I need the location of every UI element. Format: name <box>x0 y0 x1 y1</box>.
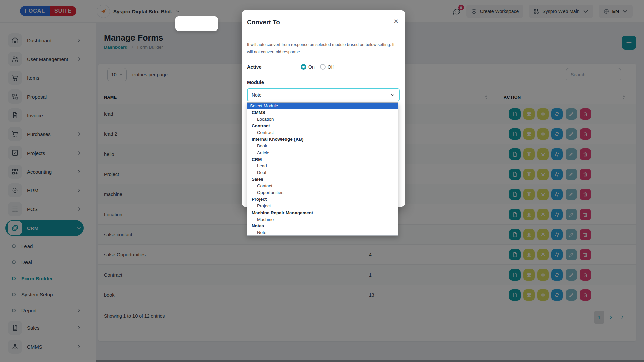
dropdown-option-opportunities[interactable]: Opportunities <box>247 189 398 196</box>
dropdown-option-contract[interactable]: Contract <box>247 129 398 136</box>
dropdown-option-deal[interactable]: Deal <box>247 169 398 176</box>
radio-option-off[interactable]: Off <box>320 64 334 70</box>
modal-header: Convert To × <box>241 10 405 35</box>
dropdown-option-sales[interactable]: Sales <box>247 176 398 183</box>
radio-off-icon[interactable] <box>320 64 326 70</box>
dropdown-option-machine[interactable]: Machine <box>247 216 398 223</box>
dropdown-option-book[interactable]: Book <box>247 142 398 149</box>
dropdown-option-select-module[interactable]: Select Module <box>247 103 398 109</box>
floating-panel <box>175 16 218 31</box>
modal-body: It will auto convert from response on se… <box>241 35 405 101</box>
module-select-value: Note <box>252 92 262 98</box>
active-radio-group: On Off <box>301 64 334 70</box>
dropdown-option-internal-knowledge-kb[interactable]: Internal Knowledge (KB) <box>247 136 398 142</box>
dropdown-option-location[interactable]: Location <box>247 116 398 123</box>
dropdown-option-cmms[interactable]: CMMS <box>247 109 398 116</box>
dropdown-option-project[interactable]: Project <box>247 196 398 202</box>
dropdown-option-contact[interactable]: Contact <box>247 183 398 189</box>
modal-title: Convert To <box>247 19 280 26</box>
modal-description: It will auto convert from response on se… <box>247 41 398 56</box>
module-dropdown-list: Select Module CMMS Location Contract Con… <box>247 102 398 236</box>
module-select[interactable]: Note <box>247 88 400 101</box>
dropdown-option-project[interactable]: Project <box>247 202 398 209</box>
dropdown-option-crm[interactable]: CRM <box>247 156 398 163</box>
chevron-down-icon <box>390 93 395 97</box>
dropdown-option-article[interactable]: Article <box>247 149 398 156</box>
radio-on-icon[interactable] <box>301 64 306 70</box>
close-icon[interactable]: × <box>394 17 398 25</box>
app-page: FOCAL SUITE Syspro Digital Sdn. Bhd. 0 C… <box>0 0 644 362</box>
active-label: Active <box>247 64 301 70</box>
dropdown-option-contract[interactable]: Contract <box>247 123 398 129</box>
radio-option-on[interactable]: On <box>301 64 315 70</box>
module-label: Module <box>247 80 400 85</box>
dropdown-option-machine-repair-management[interactable]: Machine Repair Management <box>247 209 398 216</box>
dropdown-option-lead[interactable]: Lead <box>247 163 398 169</box>
dropdown-option-note[interactable]: Note <box>247 229 398 236</box>
dropdown-option-notes[interactable]: Notes <box>247 223 398 229</box>
